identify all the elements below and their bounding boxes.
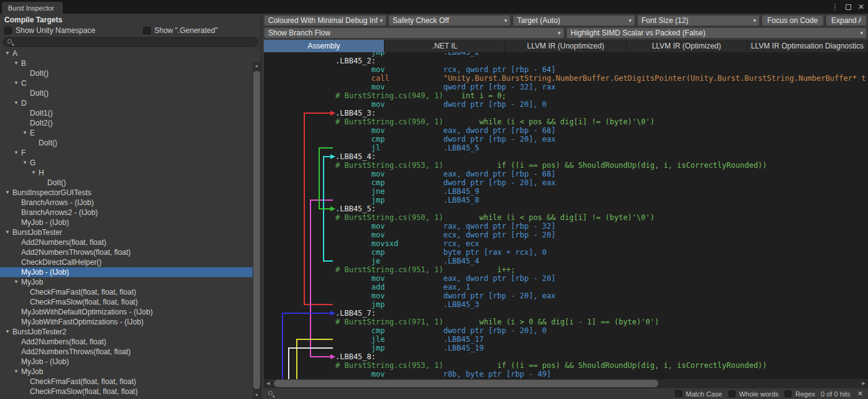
foldout-arrow-icon[interactable]: ▼	[31, 168, 39, 178]
foldout-arrow-icon[interactable]: ▼	[5, 188, 12, 198]
match-case-toggle[interactable]: Match Case	[675, 390, 722, 398]
code-segment: jmp	[371, 344, 385, 352]
focus-on-code-button[interactable]: Focus on Code	[762, 15, 824, 26]
tree-item[interactable]: ▼BurstInspectorGUITests	[0, 188, 253, 198]
tree-item[interactable]: Add2Numbers(float, float)	[0, 237, 253, 247]
show-generated-toggle[interactable]: Show ".Generated"	[143, 26, 218, 35]
tree-item[interactable]: CheckFmaFast(float, float, float)	[0, 287, 253, 297]
branch-arrow	[297, 339, 333, 380]
tree-item[interactable]: ▼BurstJobTester2	[0, 327, 253, 337]
foldout-arrow-icon[interactable]: ▼	[5, 327, 12, 337]
tree-item[interactable]: ▼H	[0, 168, 253, 178]
tree-item[interactable]: DoIt()	[0, 138, 253, 148]
tab-llvm-ir-optimisation-diagnostics[interactable]: LLVM IR Optimisation Diagnostics	[747, 40, 868, 52]
find-input[interactable]	[280, 389, 670, 398]
foldout-arrow-icon[interactable]: ▼	[22, 158, 30, 168]
scrollbar-thumb[interactable]	[253, 71, 260, 389]
tree-item[interactable]: ▼D	[0, 98, 253, 108]
safety-check-dropdown[interactable]: Safety Check Off▾	[388, 15, 511, 26]
tree-item[interactable]: MyJob - (IJob)	[0, 218, 253, 227]
whole-words-toggle[interactable]: Whole words	[729, 390, 779, 398]
tree-item[interactable]: ▼A	[0, 48, 253, 58]
tree-item[interactable]: BranchArrows - (IJob)	[0, 198, 253, 208]
expand-all-button[interactable]: Expand All	[826, 15, 867, 26]
foldout-arrow-icon[interactable]: ▼	[5, 48, 12, 58]
checkbox-icon[interactable]	[729, 390, 735, 397]
foldout-arrow-icon[interactable]: ▼	[5, 227, 12, 237]
tree-item[interactable]: DoIt()	[0, 88, 253, 98]
close-find-icon[interactable]: ✕	[857, 390, 863, 398]
tree-item[interactable]: BranchArrows2 - (IJob)	[0, 208, 253, 218]
foldout-arrow-icon[interactable]: ▼	[14, 58, 21, 68]
tree-item[interactable]: ▼BurstJobTester	[0, 227, 253, 237]
assembly-view[interactable]: jmp .LBB45_2.LBB45_2: mov rcx, qword ptr…	[264, 52, 868, 388]
foldout-arrow-icon[interactable]: ▼	[14, 148, 21, 158]
tree-item[interactable]: ▼F	[0, 148, 253, 158]
tree-search-input[interactable]	[17, 38, 254, 46]
kebab-menu-icon[interactable]: ⋮	[831, 2, 839, 11]
tree-item[interactable]: DoIt2()	[0, 118, 253, 128]
debug-info-dropdown[interactable]: Coloured With Minimal Debug Information▾	[264, 15, 386, 26]
scrollbar-track[interactable]	[273, 379, 859, 388]
tree-item-label: Add2NumbersThrows(float, float)	[21, 248, 131, 257]
tab-net-il[interactable]: .NET IL	[385, 40, 505, 52]
checkbox-icon[interactable]	[675, 390, 682, 397]
scroll-down-icon[interactable]: ▼	[254, 392, 259, 399]
code-horizontal-scrollbar[interactable]: ◀ ▶	[264, 379, 868, 388]
tree-item[interactable]: DoIt()	[0, 178, 253, 188]
simd-highlight-dropdown[interactable]: Highlight SIMD Scalar vs Packed (False)▾	[566, 27, 867, 39]
tree-item[interactable]: CheckDirectCallHelper()	[0, 257, 253, 267]
scrollbar-thumb[interactable]	[274, 380, 658, 387]
target-dropdown[interactable]: Target (Auto)▾	[513, 15, 635, 26]
checkbox-icon[interactable]	[785, 390, 791, 397]
tree-item[interactable]: CheckFmaSlow(float, float, float)	[0, 297, 253, 307]
tree-item[interactable]: ▼MyJob	[0, 277, 253, 287]
tree-item[interactable]: DoIt1()	[0, 108, 253, 118]
tree-item[interactable]: MyJobWithDefaultOptimizations - (IJob)	[0, 307, 253, 317]
tab-assembly[interactable]: Assembly	[264, 40, 385, 52]
tree-item[interactable]: ▼E	[0, 128, 253, 138]
window-tab-burst-inspector[interactable]: Burst Inspector	[2, 2, 63, 14]
foldout-arrow-icon[interactable]: ▼	[14, 98, 21, 108]
tree-item[interactable]: ▼B	[0, 58, 253, 68]
maximize-icon[interactable]	[846, 4, 851, 10]
search-icon	[7, 39, 14, 45]
checkbox-icon[interactable]	[143, 27, 151, 34]
tree-item[interactable]: MyJob - (IJob)	[0, 357, 253, 367]
tree-item[interactable]: Add2Numbers(float, float)	[0, 337, 253, 347]
code-segment: # BurstString.cs(953, 1)	[335, 161, 443, 170]
tab-llvm-ir-unoptimized[interactable]: LLVM IR (Unoptimized)	[505, 40, 626, 52]
tree-item[interactable]: MyJobWithFastOptimizations - (IJob)	[0, 317, 253, 327]
code-segment	[385, 222, 443, 231]
close-icon[interactable]: ✕	[858, 2, 864, 11]
foldout-arrow-icon[interactable]: ▼	[22, 128, 30, 138]
code-segment: .LBB45_5	[443, 144, 479, 152]
tree-item[interactable]: CheckFmaFast(float, float, float)	[0, 377, 253, 387]
font-size-dropdown[interactable]: Font Size (12)▾	[637, 15, 760, 26]
foldout-arrow-icon[interactable]: ▼	[14, 367, 21, 377]
checkbox-icon[interactable]	[4, 27, 12, 34]
scrollbar-track[interactable]	[253, 70, 261, 392]
branch-flow-dropdown[interactable]: Show Branch Flow▾	[264, 27, 564, 39]
tree-item[interactable]: DoIt()	[0, 68, 253, 78]
show-unity-namespace-toggle[interactable]: Show Unity Namespace	[4, 26, 143, 35]
tree-item[interactable]: Add2NumbersThrows(float, float)	[0, 347, 253, 357]
scroll-up-icon[interactable]: ▲	[254, 62, 259, 70]
tree-scrollbar[interactable]: ▲ ▼	[253, 62, 261, 399]
tree-item[interactable]: CheckFmaSlow(float, float, float)	[0, 387, 253, 397]
tree-item[interactable]: Add2NumbersThrows(float, float)	[0, 247, 253, 257]
tab-llvm-ir-optimized[interactable]: LLVM IR (Optimized)	[627, 40, 747, 52]
code-segment: dword ptr [rbp - 20], eax	[443, 291, 556, 300]
tree-item[interactable]: MyJob - (IJob)	[0, 267, 253, 277]
foldout-arrow-icon[interactable]: ▼	[14, 78, 21, 88]
tree-item[interactable]: ▼C	[0, 78, 253, 88]
scroll-right-icon[interactable]: ▶	[859, 381, 868, 386]
tree-search-field[interactable]	[2, 37, 258, 47]
tree-item[interactable]: ▼MyJob	[0, 367, 253, 377]
regex-toggle[interactable]: Regex	[785, 390, 815, 398]
code-segment	[335, 222, 371, 231]
code-line: jmp .LBB45_8	[335, 196, 868, 204]
foldout-arrow-icon[interactable]: ▼	[14, 277, 21, 287]
tree-item[interactable]: ▼G	[0, 158, 253, 168]
scroll-left-icon[interactable]: ◀	[264, 381, 273, 386]
